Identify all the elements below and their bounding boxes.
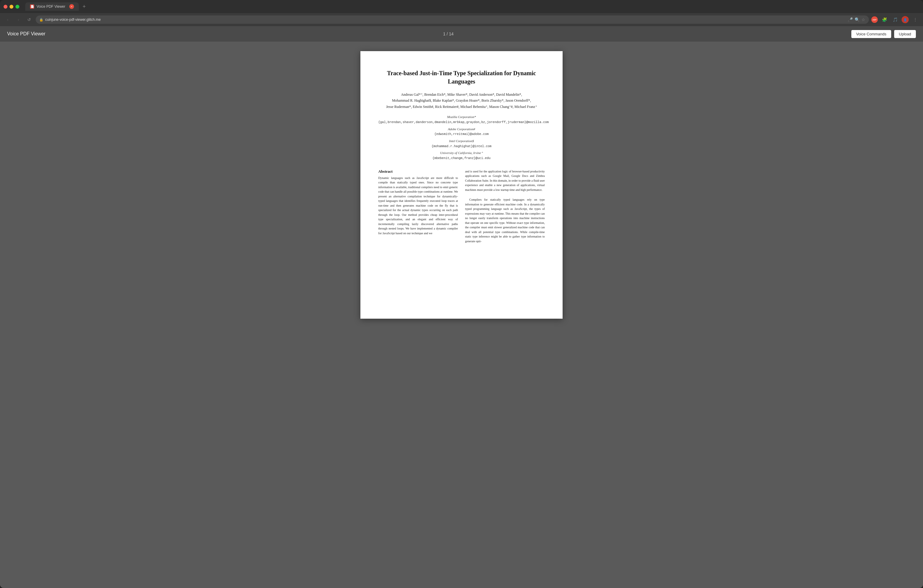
right-section: and is used for the application logic of… bbox=[465, 169, 545, 244]
page-indicator: 1 / 14 bbox=[46, 31, 851, 36]
header-buttons: Voice Commands Upload bbox=[851, 30, 916, 38]
traffic-lights bbox=[3, 5, 19, 8]
paper-authors: Andreas Gal*⁺, Brendan Eich*, Mike Shave… bbox=[378, 92, 545, 110]
abstract-text: Dynamic languages such as JavaScript are… bbox=[378, 176, 458, 236]
back-icon: ‹ bbox=[7, 17, 8, 22]
navbar: ‹ › ↺ 🔒 cuinjune-voice-pdf-viewer.glitch… bbox=[0, 13, 923, 26]
minimize-window-button[interactable] bbox=[10, 5, 13, 8]
address-bar[interactable]: 🔒 cuinjune-voice-pdf-viewer.glitch.me 🎤 … bbox=[36, 15, 869, 24]
back-button[interactable]: ‹ bbox=[3, 15, 12, 24]
main-content: Trace-based Just-in-Time Type Specializa… bbox=[0, 42, 923, 588]
tab-close-button[interactable]: × bbox=[69, 4, 74, 9]
adobe-affiliation: Adobe Corporation# {edwsmith,rreitmai}@a… bbox=[378, 126, 545, 137]
titlebar: 📄 Voice PDF Viewer × + bbox=[0, 0, 923, 13]
active-tab[interactable]: 📄 Voice PDF Viewer × bbox=[25, 2, 79, 11]
app-title: Voice PDF Viewer bbox=[7, 31, 46, 36]
adblock-label: ABP bbox=[872, 19, 877, 21]
authors-line-2: Mohammad R. Haghighat$, Blake Kaplan*, G… bbox=[378, 97, 545, 103]
media-icon[interactable]: 🎵 bbox=[891, 15, 899, 24]
search-icon[interactable]: 🔍 bbox=[855, 17, 860, 22]
tab-area: 📄 Voice PDF Viewer × + bbox=[25, 2, 920, 11]
lock-icon: 🔒 bbox=[39, 18, 43, 22]
mozilla-affiliation: Mozilla Corporation* {gal,brendan,shaver… bbox=[378, 115, 545, 125]
right-text-1: and is used for the application logic of… bbox=[465, 169, 545, 192]
intel-affiliation: Intel Corporation$ {mohammad.r.haghighat… bbox=[378, 138, 545, 149]
abstract-title: Abstract bbox=[378, 169, 458, 174]
tab-favicon: 📄 bbox=[30, 5, 34, 8]
bookmark-icon[interactable]: ☆ bbox=[861, 17, 866, 22]
maximize-window-button[interactable] bbox=[15, 5, 19, 8]
forward-button[interactable]: › bbox=[14, 15, 23, 24]
more-options-button[interactable]: ⋮ bbox=[911, 15, 920, 24]
forward-icon: › bbox=[18, 17, 19, 22]
refresh-button[interactable]: ↺ bbox=[25, 15, 33, 24]
browser-window: 📄 Voice PDF Viewer × + ‹ › ↺ 🔒 cuinjune-… bbox=[0, 0, 923, 588]
extensions-icon[interactable]: 🧩 bbox=[880, 15, 889, 24]
more-icon: ⋮ bbox=[913, 17, 917, 22]
cast-icon: 🎵 bbox=[893, 17, 898, 22]
microphone-icon[interactable]: 🎤 bbox=[848, 17, 853, 22]
refresh-icon: ↺ bbox=[27, 17, 31, 22]
profile-avatar[interactable]: 👤 bbox=[902, 16, 909, 23]
voice-commands-button[interactable]: Voice Commands bbox=[851, 30, 891, 38]
address-text: cuinjune-voice-pdf-viewer.glitch.me bbox=[45, 18, 846, 22]
uci-affiliation: University of California, Irvine⁺ {mbebe… bbox=[378, 150, 545, 161]
right-text-2: Compilers for statically typed languages… bbox=[465, 197, 545, 243]
close-window-button[interactable] bbox=[3, 5, 7, 8]
new-tab-button[interactable]: + bbox=[80, 2, 88, 11]
paper-title: Trace-based Just-in-Time Type Specializa… bbox=[378, 69, 545, 85]
app-header: Voice PDF Viewer 1 / 14 Voice Commands U… bbox=[0, 26, 923, 42]
tab-label: Voice PDF Viewer bbox=[36, 5, 67, 8]
paper-body: Abstract Dynamic languages such as JavaS… bbox=[378, 169, 545, 244]
authors-line-3: Jesse Ruderman*, Edwin Smith#, Rick Reit… bbox=[378, 104, 545, 110]
pdf-page: Trace-based Just-in-Time Type Specializa… bbox=[360, 51, 563, 319]
authors-line-1: Andreas Gal*⁺, Brendan Eich*, Mike Shave… bbox=[378, 92, 545, 97]
puzzle-icon: 🧩 bbox=[882, 17, 887, 22]
abstract-section: Abstract Dynamic languages such as JavaS… bbox=[378, 169, 458, 244]
adblock-extension-icon[interactable]: ABP bbox=[871, 16, 878, 23]
upload-button[interactable]: Upload bbox=[894, 30, 916, 38]
